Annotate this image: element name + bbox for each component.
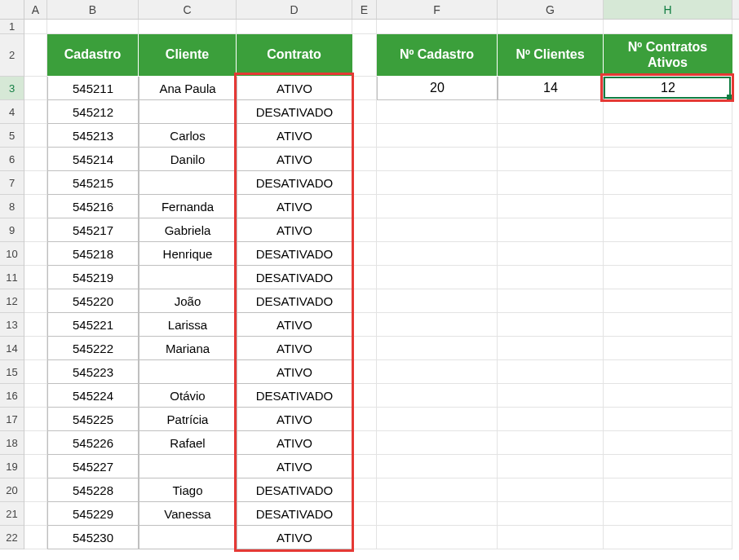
cell-cadastro-12[interactable]: 545220 — [47, 289, 139, 313]
cell-nclientes-value[interactable]: 14 — [498, 77, 604, 100]
cell-H13[interactable] — [604, 313, 732, 337]
cell-G16[interactable] — [498, 384, 604, 408]
cell-contrato-13[interactable]: ATIVO — [237, 313, 352, 337]
cell-cliente-16[interactable]: Otávio — [139, 384, 237, 408]
cell-contrato-20[interactable]: DESATIVADO — [237, 478, 352, 502]
cell-cadastro-15[interactable]: 545223 — [47, 360, 139, 384]
row-header-1[interactable]: 1 — [0, 20, 24, 34]
row-header-3[interactable]: 3 — [0, 77, 24, 100]
cell-cadastro-5[interactable]: 545213 — [47, 124, 139, 148]
cell-A12[interactable] — [24, 289, 47, 313]
cell-E20[interactable] — [352, 478, 377, 502]
cell-G17[interactable] — [498, 408, 604, 431]
cell-cadastro-18[interactable]: 545226 — [47, 431, 139, 455]
row-header-20[interactable]: 20 — [0, 478, 24, 502]
cell-cadastro-20[interactable]: 545228 — [47, 478, 139, 502]
cell-contrato-9[interactable]: ATIVO — [237, 218, 352, 242]
cell-cliente-20[interactable]: Tiago — [139, 478, 237, 502]
cell-F19[interactable] — [377, 455, 498, 478]
cell-A9[interactable] — [24, 218, 47, 242]
row-header-13[interactable]: 13 — [0, 313, 24, 337]
cell-A8[interactable] — [24, 195, 47, 218]
cell-cliente-14[interactable]: Mariana — [139, 337, 237, 360]
cell-cadastro-8[interactable]: 545216 — [47, 195, 139, 218]
cell-cliente-7[interactable] — [139, 171, 237, 195]
cell-A5[interactable] — [24, 124, 47, 148]
col-header-A[interactable]: A — [24, 0, 47, 19]
cell-G9[interactable] — [498, 218, 604, 242]
cell-cliente-11[interactable] — [139, 266, 237, 289]
cell-A10[interactable] — [24, 242, 47, 266]
cell-contrato-12[interactable]: DESATIVADO — [237, 289, 352, 313]
cell-cadastro-9[interactable]: 545217 — [47, 218, 139, 242]
cell-E19[interactable] — [352, 455, 377, 478]
row-header-15[interactable]: 15 — [0, 360, 24, 384]
cell-A2[interactable] — [24, 34, 47, 77]
cell-cliente-4[interactable] — [139, 100, 237, 124]
row-header-17[interactable]: 17 — [0, 408, 24, 431]
cell-F1[interactable] — [377, 20, 498, 34]
cell-A21[interactable] — [24, 502, 47, 526]
cell-G22[interactable] — [498, 526, 604, 549]
cell-F5[interactable] — [377, 124, 498, 148]
cell-cadastro-10[interactable]: 545218 — [47, 242, 139, 266]
cell-F21[interactable] — [377, 502, 498, 526]
cell-cadastro-16[interactable]: 545224 — [47, 384, 139, 408]
cell-G12[interactable] — [498, 289, 604, 313]
cell-G8[interactable] — [498, 195, 604, 218]
row-header-11[interactable]: 11 — [0, 266, 24, 289]
cell-contrato-19[interactable]: ATIVO — [237, 455, 352, 478]
cell-C1[interactable] — [139, 20, 237, 34]
cell-contrato-8[interactable]: ATIVO — [237, 195, 352, 218]
cell-E11[interactable] — [352, 266, 377, 289]
row-header-12[interactable]: 12 — [0, 289, 24, 313]
cell-H1[interactable] — [604, 20, 732, 34]
cell-cliente-12[interactable]: João — [139, 289, 237, 313]
cell-contrato-5[interactable]: ATIVO — [237, 124, 352, 148]
row-header-21[interactable]: 21 — [0, 502, 24, 526]
cell-cadastro-3[interactable]: 545211 — [47, 77, 139, 100]
cell-E13[interactable] — [352, 313, 377, 337]
cell-A22[interactable] — [24, 526, 47, 549]
cell-H14[interactable] — [604, 337, 732, 360]
cell-cliente-17[interactable]: Patrícia — [139, 408, 237, 431]
cell-F7[interactable] — [377, 171, 498, 195]
cell-cliente-13[interactable]: Larissa — [139, 313, 237, 337]
cell-G11[interactable] — [498, 266, 604, 289]
row-header-6[interactable]: 6 — [0, 148, 24, 171]
cell-G20[interactable] — [498, 478, 604, 502]
row-header-7[interactable]: 7 — [0, 171, 24, 195]
col-header-H[interactable]: H — [604, 0, 732, 19]
cell-A14[interactable] — [24, 337, 47, 360]
cell-E15[interactable] — [352, 360, 377, 384]
cell-F4[interactable] — [377, 100, 498, 124]
cell-ncadastro-value[interactable]: 20 — [377, 77, 498, 100]
cell-cadastro-7[interactable]: 545215 — [47, 171, 139, 195]
cell-cadastro-13[interactable]: 545221 — [47, 313, 139, 337]
col-header-C[interactable]: C — [139, 0, 237, 19]
cell-contrato-21[interactable]: DESATIVADO — [237, 502, 352, 526]
cell-G5[interactable] — [498, 124, 604, 148]
grid-body[interactable]: CadastroClienteContratoNº CadastroNº Cli… — [24, 20, 732, 549]
cell-A16[interactable] — [24, 384, 47, 408]
cell-F9[interactable] — [377, 218, 498, 242]
cell-A19[interactable] — [24, 455, 47, 478]
cell-E12[interactable] — [352, 289, 377, 313]
cell-A18[interactable] — [24, 431, 47, 455]
cell-cliente-8[interactable]: Fernanda — [139, 195, 237, 218]
cell-H11[interactable] — [604, 266, 732, 289]
cell-E9[interactable] — [352, 218, 377, 242]
cell-E21[interactable] — [352, 502, 377, 526]
cell-H18[interactable] — [604, 431, 732, 455]
cell-A4[interactable] — [24, 100, 47, 124]
cell-cliente-3[interactable]: Ana Paula — [139, 77, 237, 100]
cell-contrato-3[interactable]: ATIVO — [237, 77, 352, 100]
cell-F14[interactable] — [377, 337, 498, 360]
cell-E22[interactable] — [352, 526, 377, 549]
cell-G6[interactable] — [498, 148, 604, 171]
cell-H19[interactable] — [604, 455, 732, 478]
cell-F22[interactable] — [377, 526, 498, 549]
cell-A11[interactable] — [24, 266, 47, 289]
cell-H7[interactable] — [604, 171, 732, 195]
cell-E16[interactable] — [352, 384, 377, 408]
